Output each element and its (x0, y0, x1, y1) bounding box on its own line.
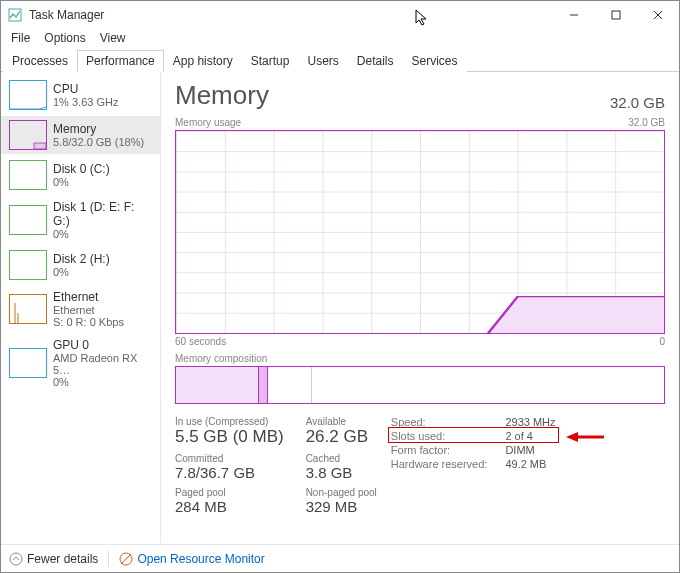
sidebar-item-disk1[interactable]: Disk 1 (D: E: F: G:) 0% (1, 196, 160, 244)
reserved-label: Hardware reserved: (391, 458, 488, 470)
sidebar-text: Ethernet Ethernet S: 0 R: 0 Kbps (53, 290, 124, 328)
cpu-thumb (9, 80, 47, 110)
nonpaged-label: Non-paged pool (306, 487, 377, 498)
sidebar-sub: 0% (53, 176, 110, 188)
gpu-thumb (9, 348, 47, 378)
svg-line-13 (121, 554, 131, 564)
sidebar-text: CPU 1% 3.63 GHz (53, 82, 118, 108)
sidebar-label: Memory (53, 122, 144, 136)
disk-thumb (9, 160, 47, 190)
sidebar-item-memory[interactable]: Memory 5.8/32.0 GB (18%) (1, 116, 160, 154)
page-title: Memory (175, 80, 269, 111)
committed-value: 7.8/36.7 GB (175, 464, 284, 481)
sidebar-sub: 0% (53, 228, 152, 240)
chart-label-row: Memory usage 32.0 GB (175, 117, 665, 128)
composition-label: Memory composition (175, 353, 665, 364)
annotation-arrow-icon (566, 430, 604, 444)
app-icon (7, 7, 23, 23)
tab-services[interactable]: Services (403, 50, 467, 72)
sidebar-sub: Ethernet (53, 304, 124, 316)
nonpaged-value: 329 MB (306, 498, 377, 515)
menu-view[interactable]: View (94, 29, 132, 47)
sidebar-label: CPU (53, 82, 118, 96)
sidebar-sub: 0% (53, 266, 110, 278)
comp-free (312, 367, 664, 403)
tab-startup[interactable]: Startup (242, 50, 299, 72)
minimize-button[interactable] (553, 1, 595, 29)
tab-details[interactable]: Details (348, 50, 403, 72)
tab-users[interactable]: Users (298, 50, 347, 72)
form-value: DIMM (505, 444, 555, 456)
sidebar-label: Disk 0 (C:) (53, 162, 110, 176)
chart-label-right: 32.0 GB (628, 117, 665, 128)
window-title: Task Manager (29, 8, 553, 22)
svg-rect-0 (9, 9, 21, 21)
chart-area (176, 131, 664, 333)
sidebar-label: GPU 0 (53, 338, 152, 352)
available-label: Available (306, 416, 377, 427)
svg-marker-10 (566, 432, 578, 442)
sidebar-sub2: S: 0 R: 0 Kbps (53, 316, 124, 328)
stats-right: Speed: 2933 MHz Slots used: 2 of 4 Form … (391, 416, 556, 519)
sidebar-text: Disk 0 (C:) 0% (53, 162, 110, 188)
tab-processes[interactable]: Processes (3, 50, 77, 72)
paged-value: 284 MB (175, 498, 284, 515)
cached-value: 3.8 GB (306, 464, 377, 481)
memory-usage-chart[interactable] (175, 130, 665, 334)
sidebar-text: Disk 2 (H:) 0% (53, 252, 110, 278)
tab-performance[interactable]: Performance (77, 50, 164, 72)
fewer-details-label: Fewer details (27, 552, 98, 566)
tabbar: Processes Performance App history Startu… (1, 49, 679, 72)
sidebar-item-ethernet[interactable]: Ethernet Ethernet S: 0 R: 0 Kbps (1, 286, 160, 332)
close-button[interactable] (637, 1, 679, 29)
fewer-details-button[interactable]: Fewer details (9, 552, 98, 566)
memory-composition-chart[interactable] (175, 366, 665, 404)
resource-monitor-icon (119, 552, 133, 566)
sidebar: CPU 1% 3.63 GHz Memory 5.8/32.0 GB (18%)… (1, 72, 161, 543)
comp-modified (259, 367, 268, 403)
svg-point-11 (10, 553, 22, 565)
svg-rect-5 (34, 143, 46, 149)
orm-label: Open Resource Monitor (137, 552, 264, 566)
menubar: File Options View (1, 29, 679, 49)
inuse-label: In use (Compressed) (175, 416, 284, 427)
tab-app-history[interactable]: App history (164, 50, 242, 72)
stats: In use (Compressed) 5.5 GB (0 MB) Availa… (175, 416, 665, 519)
available-value: 26.2 GB (306, 427, 377, 447)
disk-thumb (9, 205, 47, 235)
sidebar-text: Memory 5.8/32.0 GB (18%) (53, 122, 144, 148)
titlebar: Task Manager (1, 1, 679, 29)
sidebar-sub2: 0% (53, 376, 152, 388)
speed-label: Speed: (391, 416, 488, 428)
stats-left: In use (Compressed) 5.5 GB (0 MB) Availa… (175, 416, 377, 519)
sidebar-label: Ethernet (53, 290, 124, 304)
slots-label: Slots used: (391, 430, 488, 442)
sidebar-sub: 1% 3.63 GHz (53, 96, 118, 108)
xaxis-right: 0 (659, 336, 665, 347)
main-header: Memory 32.0 GB (175, 80, 665, 111)
sidebar-sub: 5.8/32.0 GB (18%) (53, 136, 144, 148)
xaxis-left: 60 seconds (175, 336, 226, 347)
paged-label: Paged pool (175, 487, 284, 498)
menu-file[interactable]: File (5, 29, 36, 47)
form-label: Form factor: (391, 444, 488, 456)
divider (108, 551, 109, 567)
cached-label: Cached (306, 453, 377, 464)
open-resource-monitor-link[interactable]: Open Resource Monitor (119, 552, 264, 566)
sidebar-item-disk0[interactable]: Disk 0 (C:) 0% (1, 156, 160, 194)
sidebar-item-cpu[interactable]: CPU 1% 3.63 GHz (1, 76, 160, 114)
content: CPU 1% 3.63 GHz Memory 5.8/32.0 GB (18%)… (1, 72, 679, 543)
comp-standby (268, 367, 312, 403)
main-panel: Memory 32.0 GB Memory usage 32.0 GB 60 s… (161, 72, 679, 543)
sidebar-sub: AMD Radeon RX 5… (53, 352, 152, 376)
maximize-button[interactable] (595, 1, 637, 29)
sidebar-item-disk2[interactable]: Disk 2 (H:) 0% (1, 246, 160, 284)
sidebar-label: Disk 1 (D: E: F: G:) (53, 200, 152, 228)
sidebar-text: Disk 1 (D: E: F: G:) 0% (53, 200, 152, 240)
chart-label-left: Memory usage (175, 117, 241, 128)
reserved-value: 49.2 MB (505, 458, 555, 470)
sidebar-item-gpu0[interactable]: GPU 0 AMD Radeon RX 5… 0% (1, 334, 160, 392)
menu-options[interactable]: Options (38, 29, 91, 47)
committed-label: Committed (175, 453, 284, 464)
comp-inuse (176, 367, 259, 403)
